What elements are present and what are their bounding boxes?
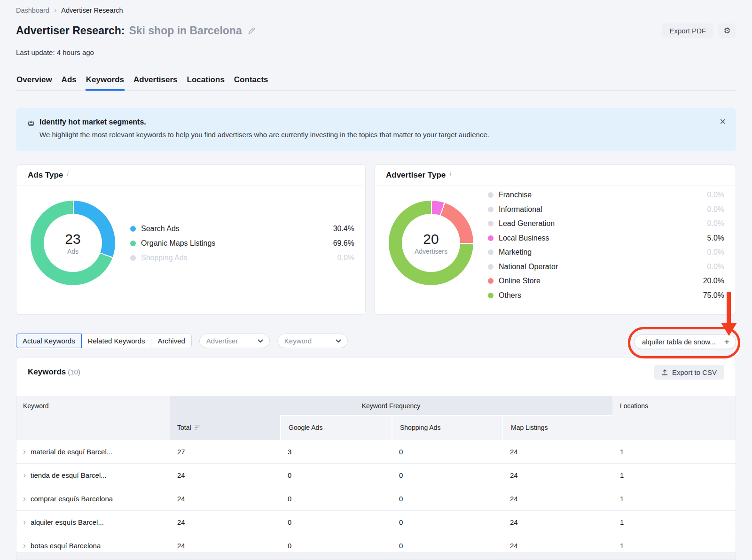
table-body: ›material de esquí Barcel...2730241›tien…: [16, 440, 736, 557]
charts-row: Ads Type i 23 Ads Search Ads30.4%Organic…: [16, 164, 736, 315]
value-cell: 24: [502, 518, 612, 526]
value-cell: 24: [502, 471, 612, 479]
legend-label: Organic Maps Listings: [141, 239, 215, 248]
panel-title-text: Keywords: [28, 367, 66, 376]
edit-pencil-icon[interactable]: [247, 26, 256, 35]
legend-item[interactable]: Others75.0%: [488, 288, 724, 303]
export-pdf-button[interactable]: Export PDF: [662, 23, 713, 38]
breadcrumb-chevron-icon: ›: [54, 7, 56, 14]
table-row[interactable]: ›material de esquí Barcel...2730241: [16, 440, 736, 463]
legend-item[interactable]: Franchise0.0%: [488, 188, 724, 202]
row-expand-chevron[interactable]: ›: [23, 471, 26, 479]
settings-button[interactable]: ⚙: [718, 23, 736, 38]
value-cell: 24: [170, 542, 280, 550]
col-header-keyword-frequency: Keyword Frequency: [170, 396, 612, 415]
legend-item[interactable]: Lead Generation0.0%: [488, 217, 724, 231]
info-banner: Identify hot market segments. We highlig…: [16, 108, 736, 151]
legend-item[interactable]: Search Ads30.4%: [130, 221, 354, 236]
card-body: 20 Advertisers Franchise0.0%Informationa…: [375, 186, 736, 315]
tab-keywords[interactable]: Keywords: [86, 74, 125, 91]
banner-text: Identify hot market segments. We highlig…: [39, 118, 489, 139]
tab-ads[interactable]: Ads: [61, 74, 77, 91]
legend-item[interactable]: Shopping Ads0.0%: [130, 250, 354, 265]
col-header-locations[interactable]: Locations: [612, 396, 736, 440]
value-cell: 24: [170, 495, 280, 503]
card-body: 23 Ads Search Ads30.4%Organic Maps Listi…: [16, 186, 365, 315]
info-icon[interactable]: i: [67, 171, 69, 178]
add-icon[interactable]: +: [724, 337, 729, 346]
export-csv-button[interactable]: Export to CSV: [654, 365, 724, 380]
value-cell: 0: [392, 448, 502, 456]
card-title: Advertiser Type: [386, 171, 446, 180]
legend-value: 20.0%: [703, 277, 724, 285]
breadcrumb-link-dashboard[interactable]: Dashboard: [16, 7, 49, 14]
donut-center: 23 Ads: [44, 214, 102, 272]
legend-value: 0.0%: [337, 254, 354, 262]
legend-item[interactable]: Marketing0.0%: [488, 245, 724, 260]
close-icon[interactable]: ×: [720, 117, 726, 127]
legend-item[interactable]: National Operator0.0%: [488, 260, 724, 274]
legend-dot: [488, 264, 494, 270]
export-upload-icon: [661, 369, 668, 376]
legend: Franchise0.0%Informational0.0%Lead Gener…: [488, 188, 724, 303]
legend: Search Ads30.4%Organic Maps Listings69.6…: [130, 221, 354, 265]
row-expand-chevron[interactable]: ›: [23, 518, 26, 526]
legend-item[interactable]: Informational0.0%: [488, 202, 724, 217]
value-cell: 0: [392, 542, 502, 550]
legend-value: 0.0%: [707, 205, 724, 214]
legend-dot: [488, 221, 494, 226]
legend-item[interactable]: Organic Maps Listings69.6%: [130, 236, 354, 250]
breadcrumb-current: Advertiser Research: [61, 7, 123, 14]
banner-description: We highlight the most relevant keywords …: [39, 131, 489, 139]
keyword-cell: ›botas esquí Barcelona: [16, 542, 170, 550]
keyword-filter-dropdown[interactable]: Keyword: [277, 334, 348, 348]
legend-item[interactable]: Local Business5.0%: [488, 231, 724, 246]
legend-dot: [488, 207, 494, 212]
keyword-cell: ›comprar esquís Barcelona: [16, 495, 170, 503]
tab-locations[interactable]: Locations: [187, 74, 225, 91]
info-icon[interactable]: i: [449, 171, 451, 178]
value-cell: 1: [612, 495, 736, 503]
card-header: Advertiser Type i: [375, 165, 736, 186]
col-header-google-ads[interactable]: Google Ads: [280, 415, 392, 440]
row-expand-chevron[interactable]: ›: [23, 447, 26, 456]
toggle-actual-keywords[interactable]: Actual Keywords: [16, 334, 82, 348]
banner-title: Identify hot market segments.: [39, 118, 489, 126]
advertiser-filter-dropdown[interactable]: Advertiser: [199, 334, 270, 348]
toggle-archived[interactable]: Archived: [151, 334, 191, 348]
col-header-keyword[interactable]: Keyword: [16, 396, 170, 440]
donut-center-label: Advertisers: [415, 248, 447, 255]
legend-label: Search Ads: [141, 225, 180, 233]
tab-advertisers[interactable]: Advertisers: [133, 74, 178, 91]
legend-dot: [130, 226, 136, 232]
keyword-add-input[interactable]: alquiler tabla de snow... +: [634, 334, 736, 349]
value-cell: 0: [280, 471, 392, 479]
row-expand-chevron[interactable]: ›: [23, 494, 26, 503]
legend-dot: [488, 235, 494, 241]
donut-center-value: 23: [65, 231, 80, 247]
legend-item[interactable]: Online Store20.0%: [488, 274, 724, 288]
row-expand-chevron[interactable]: ›: [23, 541, 26, 550]
table-row[interactable]: ›tienda de esquí Barcel...2400241: [16, 463, 736, 487]
sort-icon[interactable]: [195, 425, 200, 430]
legend-value: 0.0%: [707, 219, 724, 228]
donut-center: 20 Advertisers: [402, 214, 460, 272]
tab-contacts[interactable]: Contacts: [234, 74, 269, 91]
keyword-cell: ›material de esquí Barcel...: [16, 448, 170, 456]
col-header-total[interactable]: Total: [170, 415, 280, 440]
chevron-down-icon: [336, 339, 341, 343]
card-title: Ads Type: [28, 171, 63, 180]
legend-value: 0.0%: [707, 263, 724, 271]
dropdown-value: Keyword: [284, 337, 312, 345]
table-row[interactable]: ›alquiler esquís Barcel...2400241: [16, 510, 736, 534]
legend-value: 75.0%: [703, 291, 724, 300]
legend-dot: [488, 278, 494, 284]
total-label: Total: [177, 424, 191, 431]
col-header-map-listings[interactable]: Map Listings: [502, 415, 612, 440]
toggle-related-keywords[interactable]: Related Keywords: [81, 334, 152, 348]
col-header-shopping-ads[interactable]: Shopping Ads: [392, 415, 502, 440]
value-cell: 0: [392, 518, 502, 526]
table-row[interactable]: ›comprar esquís Barcelona2400241: [16, 487, 736, 510]
tab-overview[interactable]: Overview: [16, 74, 53, 91]
annotation-arrow-head: [721, 323, 737, 336]
